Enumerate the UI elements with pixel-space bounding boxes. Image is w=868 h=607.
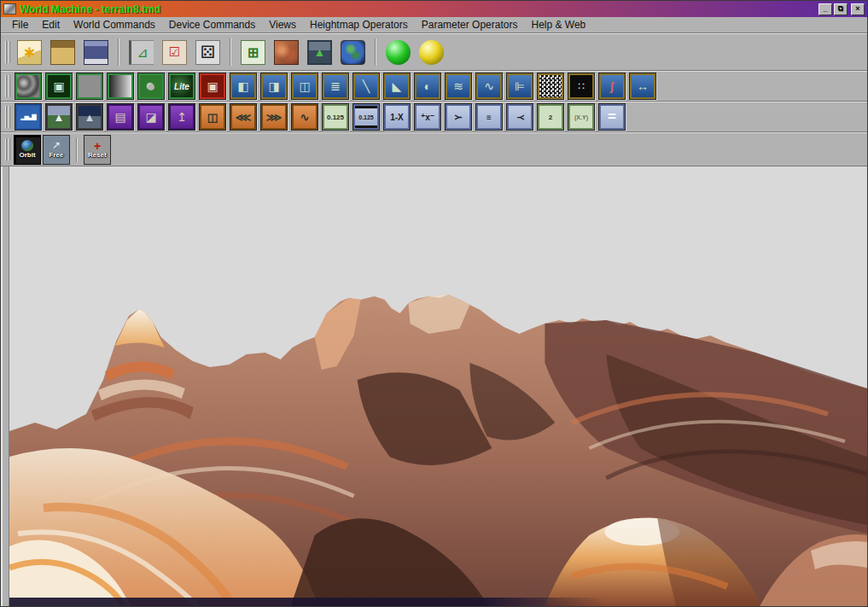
device-perlin-noise[interactable] xyxy=(15,73,41,99)
scalar-combiner[interactable]: Y xyxy=(507,104,533,130)
device-icon: ◨ xyxy=(268,79,279,93)
macro-input[interactable]: ⋘ xyxy=(230,104,256,130)
device-icon: ⁺x⁻ xyxy=(421,113,434,122)
device-icon: ◫ xyxy=(299,79,310,93)
orbit-camera-button[interactable]: Orbit xyxy=(15,136,40,164)
titlebar[interactable]: World Machine - terrain8.tmd _ ⧉ × xyxy=(1,1,867,17)
device-noise[interactable] xyxy=(538,73,563,99)
device-icon: ◣ xyxy=(393,79,402,93)
toolbar-separator xyxy=(230,38,231,66)
device-height-splitter[interactable]: ▤ xyxy=(108,104,133,130)
scalar-clamp-0125[interactable]: 0.125 xyxy=(353,104,379,130)
device-toolbar-generators: ▣●Lite▣◧◨◫≣╲◣◐≋∿⊫∷∫↔ xyxy=(1,71,867,102)
device-clamp[interactable]: ≣ xyxy=(323,73,348,99)
device-icon: ≡ xyxy=(486,113,492,122)
free-camera-button[interactable]: ↗ Free xyxy=(44,136,69,164)
device-transform[interactable]: ↔ xyxy=(630,73,655,99)
device-multi-combiner[interactable]: ◫ xyxy=(292,73,317,99)
toolbar-icon: ⚄ xyxy=(201,42,215,62)
toolbar-gripper[interactable] xyxy=(5,106,11,128)
macro-output[interactable]: ⋙ xyxy=(261,104,287,130)
device-colorizer[interactable]: ∫ xyxy=(599,73,625,99)
device-icon: 1-X xyxy=(390,113,404,122)
terrain-3d-render[interactable] xyxy=(9,166,867,606)
scalar-add-subtract[interactable]: ⁺x⁻ xyxy=(415,104,440,130)
camera-mode-label: Free xyxy=(50,152,64,159)
device-gradient[interactable] xyxy=(108,73,133,99)
view-3d-button[interactable]: ▲ xyxy=(307,40,332,65)
terrain-bottom-shadow xyxy=(9,598,606,606)
device-terraces[interactable]: ◣ xyxy=(384,73,410,99)
save-world-button[interactable] xyxy=(84,40,108,65)
toolbar-gripper[interactable] xyxy=(5,75,11,97)
scalar-sequencer[interactable]: ≡ xyxy=(476,104,502,130)
new-world-button[interactable]: ∗ xyxy=(17,40,42,65)
menu-parameter-operators[interactable]: Parameter Operators xyxy=(415,17,525,32)
device-icon: ∿ xyxy=(484,79,494,93)
random-seed-button[interactable]: ⚄ xyxy=(195,40,220,65)
device-workview-button[interactable]: ⊞ xyxy=(241,40,265,65)
device-icon: ↔ xyxy=(637,79,649,93)
device-height-selector[interactable]: ◪ xyxy=(138,104,164,130)
device-constant[interactable] xyxy=(77,73,102,99)
scalar-constant-2[interactable]: 2 xyxy=(538,104,563,130)
scalar-one-minus-x[interactable]: 1-X xyxy=(384,104,410,130)
menu-views[interactable]: Views xyxy=(262,17,303,32)
camera-mode-label: Orbit xyxy=(19,152,35,159)
preview-terrain-night[interactable]: ▲ xyxy=(77,104,102,130)
device-icon: Lite xyxy=(174,82,189,91)
build-indicator-green[interactable] xyxy=(386,40,411,65)
device-splitter[interactable]: ◨ xyxy=(261,73,287,99)
minimize-button[interactable]: _ xyxy=(818,3,832,15)
scalar-splitter[interactable]: Y xyxy=(446,104,471,130)
device-erosion[interactable]: ≋ xyxy=(446,73,471,99)
menu-file[interactable]: File xyxy=(5,17,35,32)
device-thermal-weathering[interactable]: ∿ xyxy=(476,73,502,99)
scalar-equalizer[interactable]: = xyxy=(599,104,625,130)
device-icon: ● xyxy=(147,78,156,96)
toolbar-separator xyxy=(375,38,376,66)
project-setup-button[interactable]: ⊿ xyxy=(129,40,154,65)
main-toolbar: ∗⊿☑⚄⊞▲ xyxy=(1,33,867,71)
toolbar-separator xyxy=(76,137,78,161)
device-radial-gradient[interactable]: ● xyxy=(138,73,164,99)
menu-heightmap-operators[interactable]: Heightmap Operators xyxy=(303,17,415,32)
scalar-constant-0125[interactable]: 0.125 xyxy=(323,104,348,130)
device-combiner[interactable]: ◧ xyxy=(230,73,256,99)
heightfield-view-button[interactable] xyxy=(274,40,299,65)
macro-curve-editor[interactable]: ∿ xyxy=(292,104,317,130)
menu-edit[interactable]: Edit xyxy=(35,17,67,32)
device-simple-transform[interactable]: ↥ xyxy=(169,104,195,130)
device-file-input[interactable]: ▣ xyxy=(46,73,72,99)
toolbar-icon: ⊞ xyxy=(248,44,259,61)
open-world-button[interactable] xyxy=(50,40,75,65)
world-explorer-button[interactable] xyxy=(341,40,365,65)
device-icon: Y xyxy=(453,114,463,120)
toolbar-gripper[interactable] xyxy=(5,41,11,63)
macro-device[interactable]: ◫ xyxy=(200,104,225,130)
device-curves[interactable]: ╲ xyxy=(353,73,379,99)
device-icon: ◫ xyxy=(207,111,218,124)
reset-camera-button[interactable]: + Reset xyxy=(84,136,110,164)
device-icon: ▲ xyxy=(54,111,65,124)
device-chooser[interactable]: ⊫ xyxy=(507,73,533,99)
menu-device-commands[interactable]: Device Commands xyxy=(162,17,262,32)
preview-terrain-day[interactable]: ▲ xyxy=(46,104,72,130)
device-icon: Y xyxy=(515,114,524,120)
build-indicator-yellow[interactable] xyxy=(419,40,444,65)
device-file-output[interactable]: ▣ xyxy=(200,73,225,99)
close-button[interactable]: × xyxy=(851,3,865,15)
restore-button[interactable]: ⧉ xyxy=(834,3,848,15)
device-icon: ⋙ xyxy=(266,111,283,124)
menu-world-commands[interactable]: World Commands xyxy=(67,17,162,32)
scalar-coordinates[interactable]: (X.Y) xyxy=(568,104,594,130)
toolbar-gripper[interactable] xyxy=(5,138,11,161)
preferences-button[interactable]: ☑ xyxy=(162,40,187,65)
device-inverter[interactable]: ◐ xyxy=(415,73,440,99)
menu-help-web[interactable]: Help & Web xyxy=(524,17,592,32)
device-scatter[interactable]: ∷ xyxy=(568,73,594,99)
device-histogram[interactable]: ▂▅▃▇ xyxy=(15,104,41,130)
device-icon: ▣ xyxy=(53,79,64,93)
device-advanced-perlin-lite[interactable]: Lite xyxy=(169,73,195,99)
camera-toolbar: Orbit ↗ Free + Reset xyxy=(1,132,867,166)
